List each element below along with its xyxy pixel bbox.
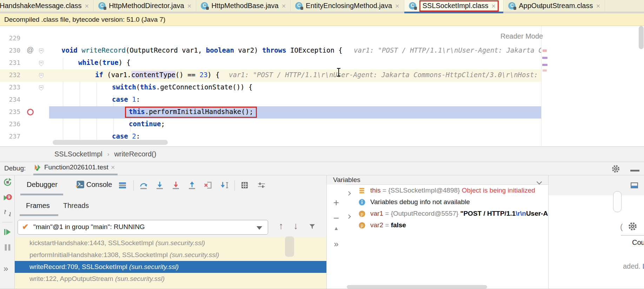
code-line-230: 230@void writeRecord(OutputRecord var1, … bbox=[0, 45, 541, 57]
stack-frame-row[interactable]: kickstartHandshake:1443, SSLSocketImpl (… bbox=[15, 237, 326, 249]
tab-frames[interactable]: Frames bbox=[26, 202, 50, 210]
editor-tab-label: HttpMethodBase.java bbox=[211, 2, 278, 10]
thread-selector-dropdown[interactable]: ✔ "main"@1 in group "main": RUNNING bbox=[18, 220, 268, 235]
debugger-inline-hint: var1: "POST / HTTP/1.1\r\nUser-Agent: Ja… bbox=[354, 46, 541, 54]
reader-mode-link[interactable]: Reader Mode bbox=[500, 32, 543, 40]
step-into-icon[interactable] bbox=[155, 181, 164, 191]
error-stripe-mark[interactable] bbox=[543, 69, 547, 72]
editor-tab-SSLSocketImpl.class[interactable]: CSSLSocketImpl.class× bbox=[404, 0, 504, 12]
variable-row[interactable]: Variables debug info not available bbox=[327, 197, 548, 208]
gear-icon[interactable] bbox=[628, 222, 637, 233]
close-icon[interactable]: × bbox=[187, 2, 192, 9]
breakpoint-icon[interactable] bbox=[27, 109, 34, 115]
minimize-icon[interactable] bbox=[630, 170, 639, 172]
frame-up-icon[interactable]: ↑ bbox=[279, 221, 284, 231]
editor-tab-HandshakeMessage.class[interactable]: HandshakeMessage.class× bbox=[0, 0, 94, 12]
run-to-cursor-icon[interactable] bbox=[220, 181, 229, 191]
more-chevrons-icon[interactable]: » bbox=[4, 264, 8, 274]
error-stripe-mark[interactable] bbox=[543, 49, 547, 52]
more-chevrons-icon[interactable]: » bbox=[327, 239, 346, 249]
breadcrumb-class[interactable]: SSLSocketImpl bbox=[54, 150, 102, 158]
line-number: 235 bbox=[0, 108, 20, 115]
fold-marker-icon[interactable] bbox=[39, 60, 44, 68]
evaluate-expression-icon[interactable] bbox=[240, 181, 249, 191]
restore-layout-icon[interactable] bbox=[630, 181, 639, 191]
filter-funnel-icon[interactable] bbox=[308, 222, 316, 233]
error-stripe-divider bbox=[541, 26, 542, 146]
line-number: 229 bbox=[0, 34, 20, 42]
info-icon bbox=[358, 199, 366, 208]
show-threads-icon[interactable] bbox=[118, 181, 127, 191]
editor-tabs: HandshakeMessage.class×CHttpMethodDirect… bbox=[0, 0, 605, 12]
code-text: void writeRecord(OutputRecord var1, bool… bbox=[61, 46, 343, 54]
close-icon[interactable]: × bbox=[596, 2, 600, 9]
add-watch-plus-icon[interactable]: + bbox=[327, 197, 346, 208]
tab-overflow-chevron-icon[interactable] bbox=[539, 2, 543, 9]
variable-row[interactable]: this = {SSLSocketImpl@4898} Object is be… bbox=[327, 185, 548, 197]
step-out-icon[interactable] bbox=[187, 181, 197, 191]
close-icon[interactable]: × bbox=[111, 164, 115, 171]
close-icon[interactable]: × bbox=[395, 2, 399, 9]
variables-title: Variables bbox=[333, 176, 360, 184]
thread-selector-value: "main"@1 in group "main": RUNNING bbox=[33, 223, 145, 231]
code-editor[interactable]: 229230@void writeRecord(OutputRecord var… bbox=[0, 26, 644, 146]
editor-tab-HttpMethodBase.java[interactable]: CHttpMethodBase.java× bbox=[196, 0, 291, 12]
stack-frame-row[interactable]: write:122, AppOutputStream (sun.security… bbox=[15, 273, 326, 285]
rerun-icon[interactable] bbox=[3, 177, 12, 189]
close-icon[interactable]: × bbox=[282, 2, 286, 9]
drop-frame-icon[interactable] bbox=[204, 181, 213, 191]
expand-chevron-icon[interactable] bbox=[347, 212, 350, 220]
chevron-down-icon[interactable] bbox=[537, 178, 541, 186]
editor-tab-AppOutputStream.class[interactable]: CAppOutputStream.class× bbox=[504, 0, 605, 12]
svg-text:p: p bbox=[361, 211, 363, 216]
error-stripe-mark[interactable] bbox=[542, 64, 547, 66]
variable-row[interactable]: pvar2 = false bbox=[327, 220, 548, 231]
variable-part-name: this bbox=[370, 187, 381, 194]
tab-debugger[interactable]: Debugger bbox=[27, 181, 58, 189]
sync-icon[interactable] bbox=[3, 208, 12, 220]
fold-marker-icon[interactable] bbox=[39, 73, 44, 80]
stream-trace-icon[interactable] bbox=[257, 181, 266, 191]
stack-frame-row[interactable]: performInitialHandshake:1308, SSLSocketI… bbox=[15, 249, 326, 261]
frame-down-icon[interactable]: ↓ bbox=[293, 221, 298, 231]
fold-marker-icon[interactable] bbox=[39, 48, 44, 56]
variable-part-ref: {SSLSocketImpl@4898} bbox=[388, 187, 462, 194]
code-text: switch(this.getConnectionState()) { bbox=[112, 83, 252, 91]
editor-tab-HttpMethodDirector.java[interactable]: CHttpMethodDirector.java× bbox=[94, 0, 196, 12]
debug-session-tab-label[interactable]: Function2026101.test bbox=[44, 163, 108, 171]
move-up-triangle-icon[interactable]: ▲ bbox=[327, 225, 346, 231]
scrollbar-thumb[interactable] bbox=[613, 191, 622, 212]
remove-watch-minus-icon[interactable]: − bbox=[327, 213, 346, 224]
frame-location: performInitialHandshake:1308, SSLSocketI… bbox=[29, 251, 170, 258]
class-file-icon: C bbox=[508, 2, 516, 9]
debug-toolwindow-header: Debug: Function2026101.test × bbox=[0, 162, 644, 175]
step-over-icon[interactable] bbox=[139, 181, 148, 191]
breadcrumb-method[interactable]: writeRecord() bbox=[114, 150, 156, 158]
clipped-link[interactable]: L bbox=[643, 262, 644, 270]
frames-scrollbar-thumb[interactable] bbox=[285, 236, 294, 257]
variable-part-eq: = bbox=[381, 187, 389, 194]
variables-hscrollbar-thumb[interactable] bbox=[347, 285, 487, 289]
frame-package: (sun.security.ssl) bbox=[155, 239, 205, 247]
error-stripe-mark[interactable] bbox=[542, 57, 547, 59]
variable-part-esc: \r\n bbox=[516, 210, 526, 217]
editor-tab-label: AppOutputStream.class bbox=[519, 2, 593, 10]
annotation-gutter-icon[interactable]: @ bbox=[27, 46, 34, 54]
tab-console[interactable]: Console bbox=[86, 181, 112, 189]
editor-tab-EntityEnclosingMethod.java[interactable]: CEntityEnclosingMethod.java× bbox=[291, 0, 404, 12]
gear-icon[interactable] bbox=[611, 164, 620, 175]
stack-frame-row[interactable]: writeRecord:709, SSLSocketImpl (sun.secu… bbox=[15, 261, 326, 273]
resume-icon[interactable] bbox=[3, 227, 12, 238]
fold-marker-icon[interactable] bbox=[39, 85, 44, 93]
close-icon[interactable]: × bbox=[492, 2, 496, 9]
force-step-into-icon[interactable] bbox=[171, 181, 180, 191]
variable-row[interactable]: pvar1 = {OutputRecord@5557} "POST / HTTP… bbox=[327, 208, 548, 220]
tab-threads[interactable]: Threads bbox=[63, 202, 89, 210]
decompiled-notification-bar: Decompiled .class file, bytecode version… bbox=[0, 13, 644, 26]
expand-chevron-icon[interactable] bbox=[347, 189, 350, 197]
editor-vscrollbar-thumb[interactable] bbox=[639, 26, 644, 49]
debug-session-tab[interactable]: Function2026101.test × bbox=[33, 163, 115, 172]
pause-icon[interactable] bbox=[3, 243, 12, 254]
debug-badge-9-icon[interactable]: 9 bbox=[3, 193, 13, 204]
close-icon[interactable]: × bbox=[85, 2, 89, 9]
